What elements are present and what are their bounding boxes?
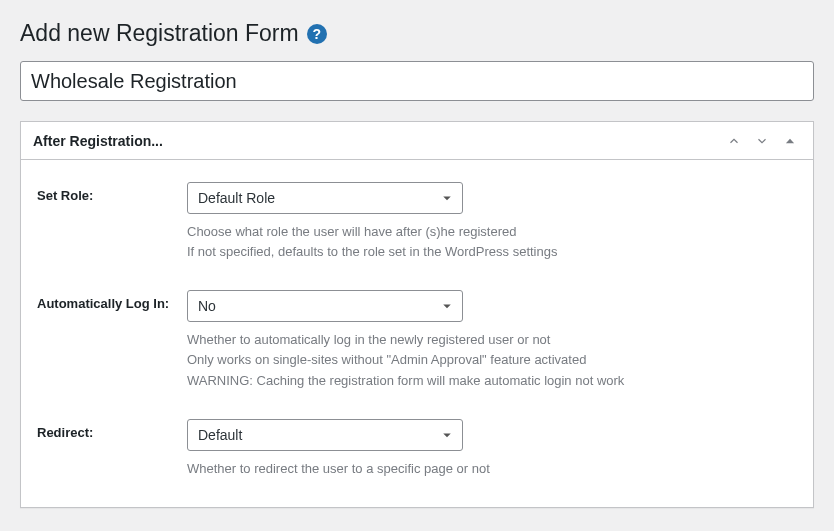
panel-header: After Registration... [21,122,813,160]
set-role-label: Set Role: [37,182,187,203]
redirect-row: Redirect: Default Whether to redirect th… [37,419,797,479]
panel-controls [723,130,801,152]
chevron-up-icon [727,134,741,148]
auto-login-row: Automatically Log In: No Whether to auto… [37,290,797,390]
panel-title: After Registration... [33,133,163,149]
redirect-select[interactable]: Default [187,419,463,451]
triangle-up-icon [783,134,797,148]
set-role-row: Set Role: Default Role Choose what role … [37,182,797,262]
chevron-down-icon [755,134,769,148]
move-down-button[interactable] [751,130,773,152]
page-title-text: Add new Registration Form [20,20,299,47]
set-role-select[interactable]: Default Role [187,182,463,214]
toggle-panel-button[interactable] [779,130,801,152]
redirect-help: Whether to redirect the user to a specif… [187,459,797,479]
redirect-label: Redirect: [37,419,187,440]
move-up-button[interactable] [723,130,745,152]
set-role-help: Choose what role the user will have afte… [187,222,797,262]
help-icon[interactable]: ? [307,24,327,44]
panel-body: Set Role: Default Role Choose what role … [21,160,813,507]
form-title-input[interactable] [20,61,814,101]
auto-login-help: Whether to automatically log in the newl… [187,330,797,390]
auto-login-select[interactable]: No [187,290,463,322]
auto-login-label: Automatically Log In: [37,290,187,311]
page-title: Add new Registration Form ? [20,20,814,47]
after-registration-panel: After Registration... Set Role: Default … [20,121,814,508]
